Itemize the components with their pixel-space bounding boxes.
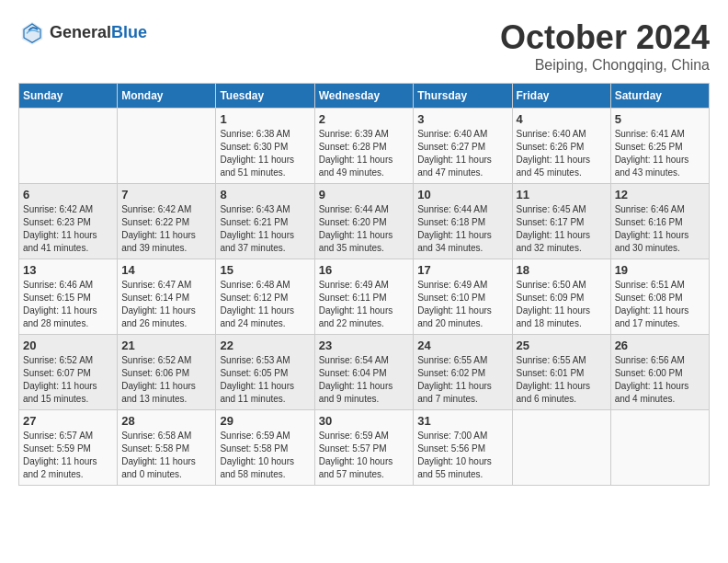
calendar-cell: 17Sunrise: 6:49 AMSunset: 6:10 PMDayligh… bbox=[414, 259, 512, 335]
day-number: 8 bbox=[220, 188, 310, 201]
day-info: Sunrise: 6:38 AMSunset: 6:30 PMDaylight:… bbox=[220, 128, 310, 179]
day-number: 16 bbox=[319, 263, 410, 277]
day-number: 25 bbox=[517, 339, 607, 352]
calendar-cell: 1Sunrise: 6:38 AMSunset: 6:30 PMDaylight… bbox=[216, 109, 314, 184]
day-number: 10 bbox=[417, 188, 507, 201]
day-info: Sunrise: 6:50 AMSunset: 6:09 PMDaylight:… bbox=[517, 279, 607, 330]
day-number: 4 bbox=[517, 112, 607, 126]
weekday-header-friday: Friday bbox=[512, 84, 610, 109]
day-info: Sunrise: 6:53 AMSunset: 6:05 PMDaylight:… bbox=[220, 354, 310, 406]
title-section: October 2024 Beiping, Chongqing, China bbox=[500, 18, 710, 74]
weekday-header-tuesday: Tuesday bbox=[216, 84, 314, 109]
calendar-cell: 11Sunrise: 6:45 AMSunset: 6:17 PMDayligh… bbox=[512, 184, 610, 259]
day-number: 15 bbox=[220, 263, 310, 277]
calendar-cell: 15Sunrise: 6:48 AMSunset: 6:12 PMDayligh… bbox=[216, 259, 314, 335]
calendar-cell: 30Sunrise: 6:59 AMSunset: 5:57 PMDayligh… bbox=[314, 410, 414, 486]
page-header: GeneralBlue October 2024 Beiping, Chongq… bbox=[18, 18, 710, 74]
calendar-cell: 20Sunrise: 6:52 AMSunset: 6:07 PMDayligh… bbox=[19, 335, 118, 410]
calendar-week-row: 6Sunrise: 6:42 AMSunset: 6:23 PMDaylight… bbox=[19, 184, 710, 259]
day-info: Sunrise: 6:43 AMSunset: 6:21 PMDaylight:… bbox=[220, 203, 310, 255]
day-info: Sunrise: 6:49 AMSunset: 6:10 PMDaylight:… bbox=[417, 279, 507, 330]
day-info: Sunrise: 6:44 AMSunset: 6:20 PMDaylight:… bbox=[319, 203, 410, 255]
logo: GeneralBlue bbox=[18, 18, 147, 46]
day-info: Sunrise: 6:56 AMSunset: 6:00 PMDaylight:… bbox=[615, 354, 705, 406]
calendar-cell: 10Sunrise: 6:44 AMSunset: 6:18 PMDayligh… bbox=[414, 184, 512, 259]
calendar-cell: 14Sunrise: 6:47 AMSunset: 6:14 PMDayligh… bbox=[118, 259, 216, 335]
day-number: 11 bbox=[517, 188, 607, 201]
calendar-week-row: 1Sunrise: 6:38 AMSunset: 6:30 PMDaylight… bbox=[19, 109, 710, 184]
calendar-cell: 27Sunrise: 6:57 AMSunset: 5:59 PMDayligh… bbox=[19, 410, 118, 486]
day-info: Sunrise: 6:55 AMSunset: 6:01 PMDaylight:… bbox=[517, 354, 607, 406]
calendar-cell bbox=[19, 109, 118, 184]
calendar-cell: 6Sunrise: 6:42 AMSunset: 6:23 PMDaylight… bbox=[19, 184, 118, 259]
day-number: 6 bbox=[23, 188, 113, 201]
day-number: 22 bbox=[220, 339, 310, 352]
day-number: 31 bbox=[417, 414, 507, 428]
day-number: 30 bbox=[319, 414, 410, 428]
calendar-cell bbox=[610, 410, 709, 486]
svg-marker-0 bbox=[22, 22, 43, 45]
weekday-header-wednesday: Wednesday bbox=[314, 84, 414, 109]
calendar-cell: 16Sunrise: 6:49 AMSunset: 6:11 PMDayligh… bbox=[314, 259, 414, 335]
logo-icon bbox=[18, 18, 46, 46]
calendar-cell: 22Sunrise: 6:53 AMSunset: 6:05 PMDayligh… bbox=[216, 335, 314, 410]
logo-text: GeneralBlue bbox=[50, 23, 147, 42]
calendar-week-row: 20Sunrise: 6:52 AMSunset: 6:07 PMDayligh… bbox=[19, 335, 710, 410]
day-number: 14 bbox=[121, 263, 211, 277]
day-number: 1 bbox=[220, 112, 310, 126]
day-number: 12 bbox=[615, 188, 705, 201]
day-info: Sunrise: 6:44 AMSunset: 6:18 PMDaylight:… bbox=[417, 203, 507, 255]
day-number: 7 bbox=[121, 188, 211, 201]
day-number: 17 bbox=[417, 263, 507, 277]
day-info: Sunrise: 6:51 AMSunset: 6:08 PMDaylight:… bbox=[615, 279, 705, 330]
day-info: Sunrise: 6:52 AMSunset: 6:07 PMDaylight:… bbox=[23, 354, 113, 406]
calendar-cell: 9Sunrise: 6:44 AMSunset: 6:20 PMDaylight… bbox=[314, 184, 414, 259]
logo-general: General bbox=[50, 23, 111, 41]
day-number: 29 bbox=[220, 414, 310, 428]
calendar-cell: 21Sunrise: 6:52 AMSunset: 6:06 PMDayligh… bbox=[118, 335, 216, 410]
day-number: 24 bbox=[417, 339, 507, 352]
calendar-cell: 24Sunrise: 6:55 AMSunset: 6:02 PMDayligh… bbox=[414, 335, 512, 410]
day-info: Sunrise: 6:40 AMSunset: 6:27 PMDaylight:… bbox=[417, 128, 507, 179]
calendar-cell: 13Sunrise: 6:46 AMSunset: 6:15 PMDayligh… bbox=[19, 259, 118, 335]
day-info: Sunrise: 6:49 AMSunset: 6:11 PMDaylight:… bbox=[319, 279, 410, 330]
day-info: Sunrise: 6:46 AMSunset: 6:16 PMDaylight:… bbox=[615, 203, 705, 255]
weekday-header-thursday: Thursday bbox=[414, 84, 512, 109]
weekday-header-sunday: Sunday bbox=[19, 84, 118, 109]
day-info: Sunrise: 6:54 AMSunset: 6:04 PMDaylight:… bbox=[319, 354, 410, 406]
day-info: Sunrise: 6:45 AMSunset: 6:17 PMDaylight:… bbox=[517, 203, 607, 255]
calendar-cell: 8Sunrise: 6:43 AMSunset: 6:21 PMDaylight… bbox=[216, 184, 314, 259]
calendar-cell: 5Sunrise: 6:41 AMSunset: 6:25 PMDaylight… bbox=[610, 109, 709, 184]
day-number: 20 bbox=[23, 339, 113, 352]
day-info: Sunrise: 6:40 AMSunset: 6:26 PMDaylight:… bbox=[517, 128, 607, 179]
calendar-cell: 7Sunrise: 6:42 AMSunset: 6:22 PMDaylight… bbox=[118, 184, 216, 259]
day-number: 27 bbox=[23, 414, 113, 428]
day-info: Sunrise: 6:52 AMSunset: 6:06 PMDaylight:… bbox=[121, 354, 211, 406]
calendar-cell: 29Sunrise: 6:59 AMSunset: 5:58 PMDayligh… bbox=[216, 410, 314, 486]
calendar-cell: 26Sunrise: 6:56 AMSunset: 6:00 PMDayligh… bbox=[610, 335, 709, 410]
calendar-cell: 19Sunrise: 6:51 AMSunset: 6:08 PMDayligh… bbox=[610, 259, 709, 335]
logo-blue: Blue bbox=[111, 23, 147, 41]
day-number: 13 bbox=[23, 263, 113, 277]
day-number: 23 bbox=[319, 339, 410, 352]
day-info: Sunrise: 6:39 AMSunset: 6:28 PMDaylight:… bbox=[319, 128, 410, 179]
day-info: Sunrise: 7:00 AMSunset: 5:56 PMDaylight:… bbox=[417, 430, 507, 481]
day-info: Sunrise: 6:42 AMSunset: 6:22 PMDaylight:… bbox=[121, 203, 211, 255]
calendar-cell: 12Sunrise: 6:46 AMSunset: 6:16 PMDayligh… bbox=[610, 184, 709, 259]
day-info: Sunrise: 6:41 AMSunset: 6:25 PMDaylight:… bbox=[615, 128, 705, 179]
calendar-table: SundayMondayTuesdayWednesdayThursdayFrid… bbox=[18, 83, 710, 486]
day-info: Sunrise: 6:59 AMSunset: 5:57 PMDaylight:… bbox=[319, 430, 410, 481]
day-info: Sunrise: 6:48 AMSunset: 6:12 PMDaylight:… bbox=[220, 279, 310, 330]
day-number: 18 bbox=[517, 263, 607, 277]
calendar-week-row: 13Sunrise: 6:46 AMSunset: 6:15 PMDayligh… bbox=[19, 259, 710, 335]
day-number: 28 bbox=[121, 414, 211, 428]
calendar-cell: 18Sunrise: 6:50 AMSunset: 6:09 PMDayligh… bbox=[512, 259, 610, 335]
day-number: 2 bbox=[319, 112, 410, 126]
weekday-header-row: SundayMondayTuesdayWednesdayThursdayFrid… bbox=[19, 84, 710, 109]
day-number: 9 bbox=[319, 188, 410, 201]
weekday-header-monday: Monday bbox=[118, 84, 216, 109]
calendar-cell: 31Sunrise: 7:00 AMSunset: 5:56 PMDayligh… bbox=[414, 410, 512, 486]
day-info: Sunrise: 6:57 AMSunset: 5:59 PMDaylight:… bbox=[23, 430, 113, 481]
weekday-header-saturday: Saturday bbox=[610, 84, 709, 109]
calendar-cell: 28Sunrise: 6:58 AMSunset: 5:58 PMDayligh… bbox=[118, 410, 216, 486]
